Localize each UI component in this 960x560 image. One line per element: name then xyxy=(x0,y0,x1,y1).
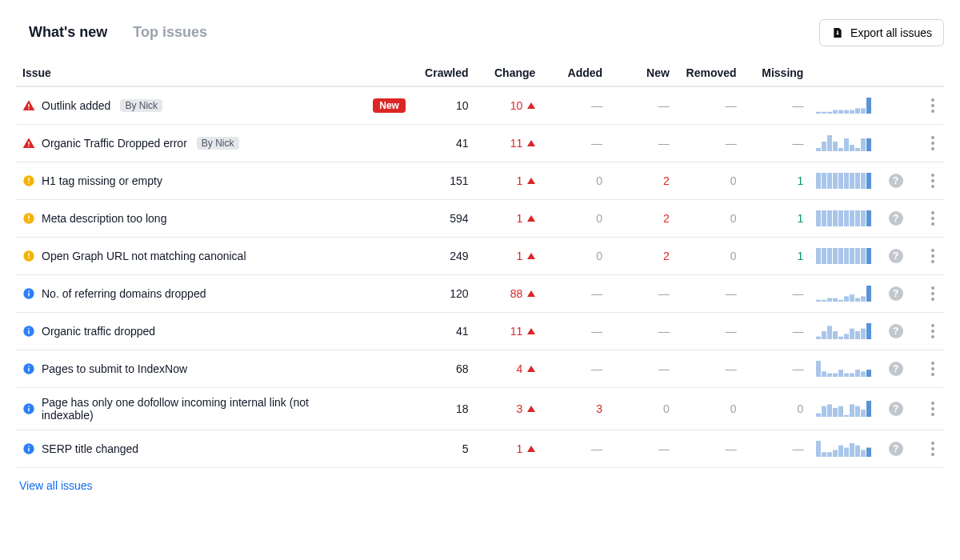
svg-rect-109 xyxy=(838,406,843,417)
svg-rect-73 xyxy=(855,298,860,302)
row-menu-button[interactable] xyxy=(928,358,938,379)
svg-rect-39 xyxy=(28,220,29,221)
cell-crawled: 18 xyxy=(408,388,475,430)
svg-rect-56 xyxy=(833,248,838,264)
cell-new: 2 xyxy=(609,162,676,200)
issue-name[interactable]: Meta description too long xyxy=(42,212,166,225)
help-icon[interactable]: ? xyxy=(889,286,903,301)
export-all-issues-button[interactable]: Export all issues xyxy=(819,19,944,46)
cell-missing: — xyxy=(743,430,810,468)
issue-name[interactable]: Pages to submit to IndexNow xyxy=(42,362,187,375)
row-menu-button[interactable] xyxy=(928,170,938,191)
svg-rect-87 xyxy=(861,329,866,339)
tab-top-issues[interactable]: Top issues xyxy=(120,16,220,49)
issue-name[interactable]: Organic traffic dropped xyxy=(42,325,155,338)
svg-rect-86 xyxy=(855,331,860,339)
svg-rect-98 xyxy=(850,374,854,377)
table-row: Pages to submit to IndexNow 68 4 — — — —… xyxy=(16,350,944,388)
svg-rect-48 xyxy=(861,210,866,226)
svg-rect-38 xyxy=(28,215,29,219)
cell-change: 88 xyxy=(475,275,542,313)
svg-rect-124 xyxy=(850,443,854,457)
svg-rect-22 xyxy=(861,138,866,151)
svg-rect-123 xyxy=(844,448,849,457)
svg-rect-88 xyxy=(866,323,871,339)
row-menu-button[interactable] xyxy=(928,283,938,304)
cell-crawled: 249 xyxy=(408,238,475,275)
tab-whats-new[interactable]: What's new xyxy=(16,16,120,49)
svg-rect-29 xyxy=(827,173,832,189)
issue-name[interactable]: Organic Traffic Dropped error xyxy=(42,137,187,150)
svg-rect-45 xyxy=(844,210,849,226)
col-removed[interactable]: Removed xyxy=(676,60,743,86)
col-added[interactable]: Added xyxy=(542,60,609,86)
svg-rect-118 xyxy=(816,441,821,457)
trend-sparkline xyxy=(816,401,872,417)
row-menu-button[interactable] xyxy=(928,246,938,266)
svg-rect-120 xyxy=(827,452,832,457)
cell-missing: — xyxy=(743,313,810,350)
table-header: Issue Crawled Change Added New Removed M… xyxy=(16,60,944,86)
view-all-issues-link[interactable]: View all issues xyxy=(16,468,96,503)
help-icon[interactable]: ? xyxy=(889,402,903,416)
svg-rect-79 xyxy=(816,337,821,339)
issue-name[interactable]: Outlink added xyxy=(42,99,110,112)
svg-rect-100 xyxy=(861,371,866,377)
help-icon[interactable]: ? xyxy=(889,249,903,263)
trend-sparkline xyxy=(816,135,872,151)
cell-crawled: 594 xyxy=(408,200,475,238)
cell-removed: 0 xyxy=(676,162,743,200)
help-icon[interactable]: ? xyxy=(889,442,903,456)
svg-rect-51 xyxy=(28,253,29,257)
help-icon[interactable]: ? xyxy=(889,211,903,226)
svg-rect-55 xyxy=(827,248,832,264)
help-icon[interactable]: ? xyxy=(889,324,903,338)
issue-name[interactable]: Page has only one dofollow incoming inte… xyxy=(42,396,360,422)
svg-rect-60 xyxy=(855,248,860,264)
svg-rect-54 xyxy=(822,248,826,264)
cell-change: 10 xyxy=(475,86,542,125)
help-icon[interactable]: ? xyxy=(889,174,903,188)
row-menu-button[interactable] xyxy=(928,398,938,419)
issue-name[interactable]: H1 tag missing or empty xyxy=(42,174,162,187)
svg-rect-93 xyxy=(822,371,826,377)
row-menu-button[interactable] xyxy=(928,438,938,459)
svg-rect-113 xyxy=(861,410,866,417)
issues-table: Issue Crawled Change Added New Removed M… xyxy=(16,60,944,468)
cell-missing: 0 xyxy=(743,388,810,430)
cell-new: 0 xyxy=(609,388,676,430)
row-menu-button[interactable] xyxy=(928,133,938,154)
col-missing[interactable]: Missing xyxy=(743,60,810,86)
col-change[interactable]: Change xyxy=(475,60,542,86)
svg-rect-35 xyxy=(861,173,866,189)
svg-rect-125 xyxy=(855,446,860,457)
cell-removed: — xyxy=(676,350,743,388)
svg-rect-5 xyxy=(833,110,838,114)
svg-rect-81 xyxy=(827,326,832,339)
svg-rect-111 xyxy=(850,404,854,417)
cell-new: — xyxy=(609,430,676,468)
issue-name[interactable]: SERP title changed xyxy=(42,442,138,455)
up-triangle-icon xyxy=(527,328,535,334)
help-icon[interactable]: ? xyxy=(889,362,903,376)
issue-name[interactable]: No. of referring domains dropped xyxy=(42,287,206,300)
row-menu-button[interactable] xyxy=(928,208,938,229)
svg-rect-13 xyxy=(28,146,29,146)
svg-rect-91 xyxy=(28,366,29,366)
cell-removed: 0 xyxy=(676,388,743,430)
row-menu-button[interactable] xyxy=(928,321,938,342)
cell-removed: — xyxy=(676,430,743,468)
up-triangle-icon xyxy=(527,102,535,109)
col-crawled[interactable]: Crawled xyxy=(408,60,475,86)
issue-name[interactable]: Open Graph URL not matching canonical xyxy=(42,250,246,262)
row-menu-button[interactable] xyxy=(928,95,938,116)
table-row: SERP title changed 5 1 — — — — ? xyxy=(16,430,944,468)
trend-sparkline xyxy=(816,441,872,457)
trend-sparkline xyxy=(816,210,872,226)
svg-rect-58 xyxy=(844,248,849,264)
svg-rect-70 xyxy=(838,300,843,302)
col-new[interactable]: New xyxy=(609,60,676,86)
svg-rect-23 xyxy=(866,138,871,151)
svg-rect-117 xyxy=(28,446,29,446)
col-issue[interactable]: Issue xyxy=(16,60,408,86)
